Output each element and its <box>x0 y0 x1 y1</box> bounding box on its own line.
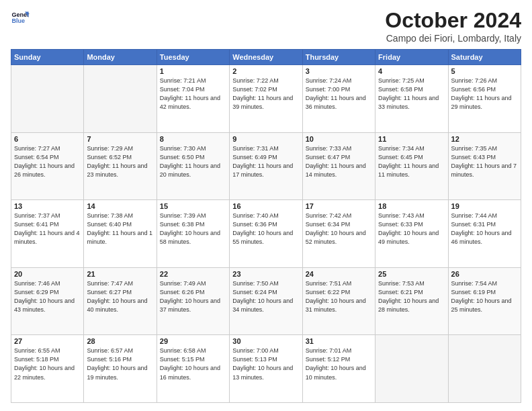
day-info: Sunrise: 7:35 AM Sunset: 6:43 PM Dayligh… <box>451 144 518 179</box>
day-info: Sunrise: 7:51 AM Sunset: 6:22 PM Dayligh… <box>306 279 372 314</box>
week-row-2: 13Sunrise: 7:37 AM Sunset: 6:41 PM Dayli… <box>11 200 521 268</box>
day-cell-3-3: 23Sunrise: 7:50 AM Sunset: 6:24 PM Dayli… <box>230 267 302 335</box>
svg-text:Blue: Blue <box>11 17 25 24</box>
day-number: 20 <box>14 270 81 278</box>
day-cell-2-4: 17Sunrise: 7:42 AM Sunset: 6:34 PM Dayli… <box>302 200 375 268</box>
weekday-header-row: Sunday Monday Tuesday Wednesday Thursday… <box>11 50 521 65</box>
day-info: Sunrise: 7:38 AM Sunset: 6:40 PM Dayligh… <box>87 212 153 246</box>
day-number: 1 <box>160 67 226 75</box>
day-number: 24 <box>306 270 372 278</box>
day-cell-3-1: 21Sunrise: 7:47 AM Sunset: 6:27 PM Dayli… <box>84 267 157 335</box>
day-cell-1-6: 12Sunrise: 7:35 AM Sunset: 6:43 PM Dayli… <box>448 132 521 200</box>
day-info: Sunrise: 7:24 AM Sunset: 7:00 PM Dayligh… <box>306 77 372 111</box>
subtitle: Campo dei Fiori, Lombardy, Italy <box>385 33 521 44</box>
day-number: 12 <box>451 135 518 143</box>
day-number: 8 <box>160 135 226 143</box>
day-number: 14 <box>87 202 153 210</box>
day-info: Sunrise: 6:55 AM Sunset: 5:18 PM Dayligh… <box>14 347 81 381</box>
day-cell-3-0: 20Sunrise: 7:46 AM Sunset: 6:29 PM Dayli… <box>11 267 84 335</box>
day-cell-3-5: 25Sunrise: 7:53 AM Sunset: 6:21 PM Dayli… <box>375 267 448 335</box>
header-monday: Monday <box>84 50 157 65</box>
day-cell-2-5: 18Sunrise: 7:43 AM Sunset: 6:33 PM Dayli… <box>375 200 448 268</box>
day-info: Sunrise: 7:37 AM Sunset: 6:41 PM Dayligh… <box>14 212 81 246</box>
day-cell-2-2: 15Sunrise: 7:39 AM Sunset: 6:38 PM Dayli… <box>157 200 229 268</box>
header-thursday: Thursday <box>302 50 375 65</box>
day-cell-4-1: 28Sunrise: 6:57 AM Sunset: 5:16 PM Dayli… <box>84 335 157 403</box>
logo: General Blue <box>11 8 30 27</box>
title-section: October 2024 Campo dei Fiori, Lombardy, … <box>385 8 521 44</box>
day-cell-1-5: 11Sunrise: 7:34 AM Sunset: 6:45 PM Dayli… <box>375 132 448 200</box>
day-info: Sunrise: 7:01 AM Sunset: 5:12 PM Dayligh… <box>306 347 372 381</box>
day-info: Sunrise: 7:43 AM Sunset: 6:33 PM Dayligh… <box>378 212 445 246</box>
day-cell-3-2: 22Sunrise: 7:49 AM Sunset: 6:26 PM Dayli… <box>157 267 229 335</box>
day-cell-4-3: 30Sunrise: 7:00 AM Sunset: 5:13 PM Dayli… <box>230 335 302 403</box>
day-number: 29 <box>160 337 226 345</box>
day-info: Sunrise: 6:58 AM Sunset: 5:15 PM Dayligh… <box>160 347 226 381</box>
day-number: 5 <box>451 67 518 75</box>
header: General Blue October 2024 Campo dei Fior… <box>11 8 521 44</box>
day-number: 13 <box>14 202 81 210</box>
header-sunday: Sunday <box>11 50 84 65</box>
day-cell-0-5: 4Sunrise: 7:25 AM Sunset: 6:58 PM Daylig… <box>375 65 448 133</box>
day-number: 21 <box>87 270 153 278</box>
day-info: Sunrise: 7:29 AM Sunset: 6:52 PM Dayligh… <box>87 144 153 179</box>
header-tuesday: Tuesday <box>157 50 229 65</box>
day-info: Sunrise: 7:40 AM Sunset: 6:36 PM Dayligh… <box>232 212 299 246</box>
day-info: Sunrise: 7:54 AM Sunset: 6:19 PM Dayligh… <box>451 279 518 314</box>
day-info: Sunrise: 7:34 AM Sunset: 6:45 PM Dayligh… <box>378 144 445 179</box>
day-number: 10 <box>306 135 372 143</box>
day-cell-1-2: 8Sunrise: 7:30 AM Sunset: 6:50 PM Daylig… <box>157 132 229 200</box>
day-info: Sunrise: 7:49 AM Sunset: 6:26 PM Dayligh… <box>160 279 226 314</box>
day-info: Sunrise: 7:44 AM Sunset: 6:31 PM Dayligh… <box>451 212 518 246</box>
day-info: Sunrise: 7:46 AM Sunset: 6:29 PM Dayligh… <box>14 279 81 314</box>
day-info: Sunrise: 7:33 AM Sunset: 6:47 PM Dayligh… <box>306 144 372 179</box>
day-cell-1-4: 10Sunrise: 7:33 AM Sunset: 6:47 PM Dayli… <box>302 132 375 200</box>
day-info: Sunrise: 7:47 AM Sunset: 6:27 PM Dayligh… <box>87 279 153 314</box>
day-cell-3-4: 24Sunrise: 7:51 AM Sunset: 6:22 PM Dayli… <box>302 267 375 335</box>
day-cell-4-6 <box>448 335 521 403</box>
day-number: 18 <box>378 202 445 210</box>
day-cell-4-4: 31Sunrise: 7:01 AM Sunset: 5:12 PM Dayli… <box>302 335 375 403</box>
day-cell-0-2: 1Sunrise: 7:21 AM Sunset: 7:04 PM Daylig… <box>157 65 229 133</box>
day-number: 28 <box>87 337 153 345</box>
week-row-3: 20Sunrise: 7:46 AM Sunset: 6:29 PM Dayli… <box>11 267 521 335</box>
day-info: Sunrise: 7:53 AM Sunset: 6:21 PM Dayligh… <box>378 279 445 314</box>
day-number: 23 <box>232 270 299 278</box>
logo-icon: General Blue <box>11 8 30 27</box>
day-number: 16 <box>232 202 299 210</box>
day-info: Sunrise: 7:26 AM Sunset: 6:56 PM Dayligh… <box>451 77 518 111</box>
day-cell-0-1 <box>84 65 157 133</box>
day-number: 6 <box>14 135 81 143</box>
day-cell-0-0 <box>11 65 84 133</box>
day-number: 15 <box>160 202 226 210</box>
day-cell-1-0: 6Sunrise: 7:27 AM Sunset: 6:54 PM Daylig… <box>11 132 84 200</box>
day-info: Sunrise: 7:27 AM Sunset: 6:54 PM Dayligh… <box>14 144 81 179</box>
day-number: 22 <box>160 270 226 278</box>
page: General Blue October 2024 Campo dei Fior… <box>0 0 532 411</box>
day-number: 31 <box>306 337 372 345</box>
day-info: Sunrise: 7:50 AM Sunset: 6:24 PM Dayligh… <box>232 279 299 314</box>
day-number: 19 <box>451 202 518 210</box>
day-cell-2-0: 13Sunrise: 7:37 AM Sunset: 6:41 PM Dayli… <box>11 200 84 268</box>
day-info: Sunrise: 7:25 AM Sunset: 6:58 PM Dayligh… <box>378 77 445 111</box>
week-row-1: 6Sunrise: 7:27 AM Sunset: 6:54 PM Daylig… <box>11 132 521 200</box>
day-cell-4-5 <box>375 335 448 403</box>
day-number: 3 <box>306 67 372 75</box>
day-info: Sunrise: 7:31 AM Sunset: 6:49 PM Dayligh… <box>232 144 299 179</box>
day-number: 7 <box>87 135 153 143</box>
day-number: 25 <box>378 270 445 278</box>
day-number: 4 <box>378 67 445 75</box>
day-cell-2-3: 16Sunrise: 7:40 AM Sunset: 6:36 PM Dayli… <box>230 200 302 268</box>
day-number: 27 <box>14 337 81 345</box>
header-saturday: Saturday <box>448 50 521 65</box>
day-cell-0-3: 2Sunrise: 7:22 AM Sunset: 7:02 PM Daylig… <box>230 65 302 133</box>
main-title: October 2024 <box>385 8 521 33</box>
day-number: 2 <box>232 67 299 75</box>
day-number: 11 <box>378 135 445 143</box>
day-number: 26 <box>451 270 518 278</box>
day-cell-1-1: 7Sunrise: 7:29 AM Sunset: 6:52 PM Daylig… <box>84 132 157 200</box>
day-cell-4-0: 27Sunrise: 6:55 AM Sunset: 5:18 PM Dayli… <box>11 335 84 403</box>
day-info: Sunrise: 6:57 AM Sunset: 5:16 PM Dayligh… <box>87 347 153 381</box>
day-cell-0-4: 3Sunrise: 7:24 AM Sunset: 7:00 PM Daylig… <box>302 65 375 133</box>
day-info: Sunrise: 7:22 AM Sunset: 7:02 PM Dayligh… <box>232 77 299 111</box>
